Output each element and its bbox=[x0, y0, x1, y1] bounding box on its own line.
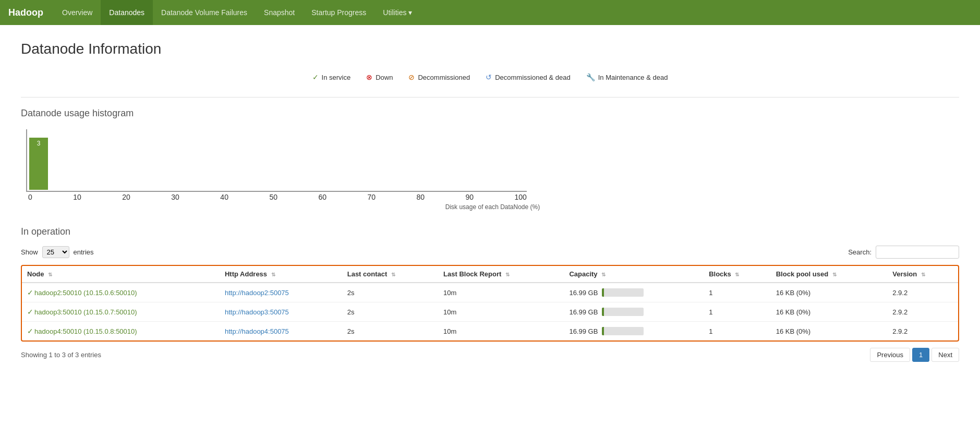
histogram-x-label: Disk usage of each DataNode (%) bbox=[26, 203, 959, 211]
table-header-row: Node ⇅ Http Address ⇅ Last contact ⇅ L bbox=[22, 266, 958, 283]
x-tick-50: 50 bbox=[269, 193, 277, 201]
legend-decommissioned-dead-label: Decommissioned & dead bbox=[495, 74, 571, 81]
cell-node: ✓hadoop4:50010 (10.15.0.8:50010) bbox=[22, 322, 220, 341]
col-capacity[interactable]: Capacity ⇅ bbox=[564, 266, 704, 283]
cell-last-block-report: 10m bbox=[438, 283, 564, 302]
http-address-link[interactable]: http://hadoop3:50075 bbox=[225, 308, 289, 316]
histogram-section: Datanode usage histogram 3 0 10 20 30 40… bbox=[21, 108, 959, 211]
nav-item-snapshot[interactable]: Snapshot bbox=[256, 0, 303, 25]
check-icon: ✓ bbox=[27, 327, 33, 335]
decommissioned-icon: ⊘ bbox=[408, 73, 415, 81]
cell-version: 2.9.2 bbox=[887, 322, 958, 341]
sort-icon-block-pool-used: ⇅ bbox=[832, 272, 837, 277]
x-tick-60: 60 bbox=[318, 193, 326, 201]
cell-last-block-report: 10m bbox=[438, 302, 564, 322]
nav-item-datanodes[interactable]: Datanodes bbox=[101, 0, 153, 25]
show-label: Show bbox=[21, 248, 38, 256]
col-node[interactable]: Node ⇅ bbox=[22, 266, 220, 283]
nav-item-utilities[interactable]: Utilities ▾ bbox=[374, 0, 420, 25]
histogram-bar-0: 3 bbox=[29, 138, 48, 190]
check-icon: ✓ bbox=[27, 308, 33, 316]
show-entries: Show 10 25 50 100 entries bbox=[21, 246, 94, 258]
pagination-info: Showing 1 to 3 of 3 entries bbox=[21, 351, 101, 359]
col-block-pool-used[interactable]: Block pool used ⇅ bbox=[771, 266, 888, 283]
cell-http: http://hadoop3:50075 bbox=[220, 302, 342, 322]
col-blocks[interactable]: Blocks ⇅ bbox=[704, 266, 771, 283]
legend-decommissioned-dead: ↺ Decommissioned & dead bbox=[486, 73, 571, 81]
divider-1 bbox=[21, 97, 959, 98]
navbar-brand[interactable]: Hadoop bbox=[8, 7, 43, 18]
search-input[interactable] bbox=[876, 246, 959, 259]
cell-node: ✓hadoop3:50010 (10.15.0.7:50010) bbox=[22, 302, 220, 322]
col-version[interactable]: Version ⇅ bbox=[887, 266, 958, 283]
capacity-value: 16.99 GB bbox=[569, 327, 598, 335]
cell-node: ✓hadoop2:50010 (10.15.0.6:50010) bbox=[22, 283, 220, 302]
histogram-bar-value: 3 bbox=[37, 140, 41, 147]
cell-version: 2.9.2 bbox=[887, 302, 958, 322]
down-icon: ⊗ bbox=[366, 73, 372, 81]
nav-item-datanode-volume-failures[interactable]: Datanode Volume Failures bbox=[153, 0, 256, 25]
col-last-contact[interactable]: Last contact ⇅ bbox=[342, 266, 438, 283]
cell-http: http://hadoop4:50075 bbox=[220, 322, 342, 341]
sort-icon-version: ⇅ bbox=[921, 272, 925, 277]
check-icon: ✓ bbox=[27, 288, 33, 297]
legend-maintenance-dead: 🔧 In Maintenance & dead bbox=[586, 73, 668, 81]
check-icon: ✓ bbox=[312, 73, 319, 81]
capacity-bar-fill bbox=[602, 288, 603, 297]
sort-icon-http: ⇅ bbox=[271, 272, 275, 277]
capacity-bar bbox=[602, 327, 644, 335]
show-entries-select[interactable]: 10 25 50 100 bbox=[42, 246, 69, 258]
x-tick-100: 100 bbox=[515, 193, 527, 201]
decommissioned-dead-icon: ↺ bbox=[486, 73, 492, 81]
page-title: Datanode Information bbox=[21, 41, 959, 57]
x-tick-90: 90 bbox=[466, 193, 474, 201]
cell-capacity: 16.99 GB bbox=[564, 322, 704, 341]
x-tick-70: 70 bbox=[367, 193, 376, 201]
x-tick-20: 20 bbox=[122, 193, 130, 201]
chevron-down-icon: ▾ bbox=[408, 8, 412, 17]
x-tick-40: 40 bbox=[220, 193, 228, 201]
histogram-title: Datanode usage histogram bbox=[21, 108, 959, 119]
next-button[interactable]: Next bbox=[931, 348, 959, 362]
capacity-value: 16.99 GB bbox=[569, 289, 598, 297]
legend-down-label: Down bbox=[376, 74, 393, 81]
sort-icon-last-contact: ⇅ bbox=[391, 272, 395, 277]
table-wrapper: Node ⇅ Http Address ⇅ Last contact ⇅ L bbox=[21, 265, 959, 342]
node-link[interactable]: hadoop4:50010 (10.15.0.8:50010) bbox=[34, 327, 137, 335]
in-operation-title: In operation bbox=[21, 226, 959, 237]
nav-items: Overview Datanodes Datanode Volume Failu… bbox=[54, 0, 420, 25]
maintenance-dead-icon: 🔧 bbox=[586, 73, 595, 81]
col-http-address[interactable]: Http Address ⇅ bbox=[220, 266, 342, 283]
bar-chart-area: 3 bbox=[26, 129, 527, 192]
nav-item-startup-progress[interactable]: Startup Progress bbox=[303, 0, 374, 25]
node-link[interactable]: hadoop2:50010 (10.15.0.6:50010) bbox=[34, 289, 137, 297]
cell-capacity: 16.99 GB bbox=[564, 283, 704, 302]
legend-in-service-label: In service bbox=[322, 74, 351, 81]
page-1-button[interactable]: 1 bbox=[912, 348, 929, 362]
http-address-link[interactable]: http://hadoop2:50075 bbox=[225, 289, 289, 297]
cell-last-contact: 2s bbox=[342, 322, 438, 341]
cell-http: http://hadoop2:50075 bbox=[220, 283, 342, 302]
col-last-block-report[interactable]: Last Block Report ⇅ bbox=[438, 266, 564, 283]
nav-item-overview[interactable]: Overview bbox=[54, 0, 101, 25]
table-row: ✓hadoop3:50010 (10.15.0.7:50010)http://h… bbox=[22, 302, 958, 322]
cell-last-contact: 2s bbox=[342, 283, 438, 302]
previous-button[interactable]: Previous bbox=[870, 348, 910, 362]
cell-blocks: 1 bbox=[704, 302, 771, 322]
node-link[interactable]: hadoop3:50010 (10.15.0.7:50010) bbox=[34, 308, 137, 316]
table-controls: Show 10 25 50 100 entries Search: bbox=[21, 246, 959, 259]
cell-block-pool-used: 16 KB (0%) bbox=[771, 302, 888, 322]
cell-block-pool-used: 16 KB (0%) bbox=[771, 322, 888, 341]
sort-icon-last-block-report: ⇅ bbox=[505, 272, 510, 277]
navbar: Hadoop Overview Datanodes Datanode Volum… bbox=[0, 0, 980, 25]
cell-capacity: 16.99 GB bbox=[564, 302, 704, 322]
cell-version: 2.9.2 bbox=[887, 283, 958, 302]
table-row: ✓hadoop2:50010 (10.15.0.6:50010)http://h… bbox=[22, 283, 958, 302]
entries-label: entries bbox=[74, 248, 94, 256]
sort-icon-blocks: ⇅ bbox=[735, 272, 739, 277]
sort-icon-node: ⇅ bbox=[48, 272, 52, 277]
http-address-link[interactable]: http://hadoop4:50075 bbox=[225, 327, 289, 335]
legend-decommissioned-label: Decommissioned bbox=[418, 74, 470, 81]
x-tick-30: 30 bbox=[171, 193, 179, 201]
legend-down: ⊗ Down bbox=[366, 73, 393, 81]
